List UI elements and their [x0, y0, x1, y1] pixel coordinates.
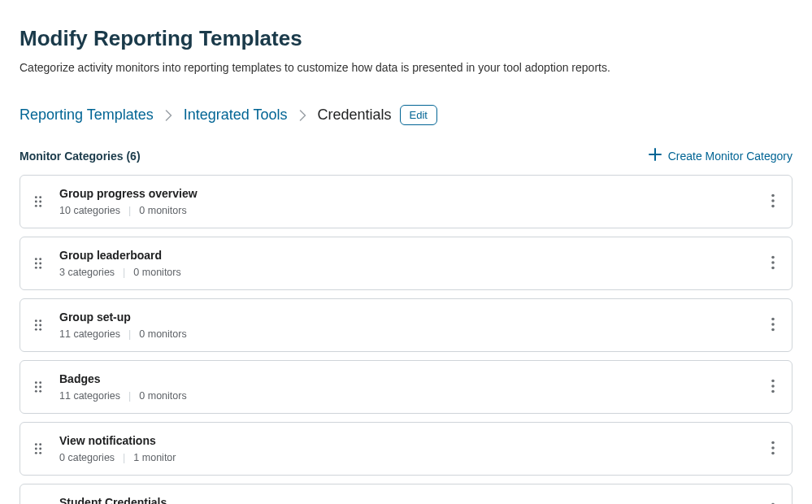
monitor-count: 0 monitors [139, 328, 186, 340]
monitor-category-meta: 3 categories | 0 monitors [59, 267, 754, 278]
svg-point-23 [39, 328, 41, 331]
more-actions-button[interactable] [767, 437, 779, 461]
category-count: 0 categories [59, 452, 115, 463]
svg-point-7 [771, 199, 775, 202]
more-actions-button[interactable] [767, 376, 779, 399]
breadcrumb-item-integrated-tools[interactable]: Integrated Tools [184, 106, 288, 124]
svg-point-1 [39, 196, 41, 198]
kebab-icon [771, 255, 775, 272]
page-description: Categorize activity monitors into report… [20, 61, 792, 74]
drag-handle-icon[interactable] [30, 380, 46, 393]
svg-point-42 [771, 441, 775, 444]
svg-point-8 [771, 204, 775, 207]
monitor-category-card: Student Credentials 10 categories | 0 mo… [20, 484, 792, 504]
breadcrumb: Reporting Templates Integrated Tools Cre… [20, 105, 792, 125]
svg-point-9 [35, 258, 37, 260]
monitor-count: 1 monitor [133, 452, 176, 463]
category-count: 3 categories [59, 267, 115, 278]
svg-point-17 [771, 266, 775, 269]
svg-point-0 [35, 196, 37, 198]
monitor-category-title: Group set-up [59, 311, 754, 324]
kebab-icon [771, 317, 775, 334]
chevron-right-icon [299, 110, 306, 121]
svg-point-35 [771, 389, 775, 393]
monitor-category-title: View notifications [59, 434, 754, 447]
svg-point-24 [771, 317, 775, 320]
monitor-category-meta: 0 categories | 1 monitor [59, 452, 754, 463]
svg-point-5 [39, 205, 41, 207]
meta-separator: | [128, 205, 131, 216]
monitor-count: 0 monitors [139, 390, 186, 402]
svg-point-13 [35, 267, 37, 269]
create-monitor-category-button[interactable]: Create Monitor Category [649, 148, 792, 163]
svg-point-40 [35, 452, 37, 454]
more-actions-button[interactable] [767, 314, 779, 337]
breadcrumb-item-credentials: Credentials [318, 106, 392, 124]
svg-point-37 [39, 443, 41, 445]
kebab-icon [771, 379, 775, 396]
meta-separator: | [128, 328, 131, 340]
svg-point-36 [35, 443, 37, 445]
svg-point-20 [35, 324, 37, 327]
monitor-category-title: Badges [59, 372, 754, 385]
svg-point-39 [39, 448, 41, 450]
monitor-category-card: View notifications 0 categories | 1 moni… [20, 422, 792, 476]
svg-point-12 [39, 263, 41, 265]
monitor-category-meta: 11 categories | 0 monitors [59, 390, 754, 402]
svg-point-6 [771, 193, 775, 197]
svg-point-4 [35, 205, 37, 207]
svg-point-2 [35, 201, 37, 203]
kebab-icon [771, 193, 775, 211]
svg-point-31 [35, 390, 37, 393]
category-count: 11 categories [59, 390, 120, 402]
create-monitor-category-label: Create Monitor Category [668, 150, 792, 163]
breadcrumb-item-reporting-templates[interactable]: Reporting Templates [20, 106, 154, 124]
svg-point-43 [771, 446, 775, 450]
monitor-category-card: Group set-up 11 categories | 0 monitors [20, 298, 792, 352]
page-title: Modify Reporting Templates [20, 26, 792, 51]
drag-handle-icon[interactable] [30, 442, 46, 455]
monitor-category-title: Group leaderboard [59, 249, 754, 262]
plus-icon [649, 148, 662, 163]
meta-separator: | [128, 390, 131, 402]
drag-handle-icon[interactable] [30, 195, 46, 208]
monitor-category-card: Group leaderboard 3 categories | 0 monit… [20, 237, 792, 290]
more-actions-button[interactable] [767, 499, 779, 505]
more-actions-button[interactable] [767, 252, 779, 276]
category-count: 10 categories [59, 205, 120, 216]
svg-point-21 [39, 324, 41, 327]
drag-handle-icon[interactable] [30, 257, 46, 270]
chevron-right-icon [165, 110, 172, 121]
more-actions-button[interactable] [767, 190, 779, 214]
svg-point-3 [39, 201, 41, 203]
svg-point-14 [39, 267, 41, 269]
svg-point-18 [35, 319, 37, 322]
monitor-category-card: Badges 11 categories | 0 monitors [20, 360, 792, 414]
meta-separator: | [123, 452, 125, 463]
svg-point-44 [771, 451, 775, 454]
svg-point-41 [39, 452, 41, 454]
kebab-icon [771, 441, 775, 458]
svg-point-27 [35, 381, 37, 384]
monitor-category-list: Group progress overview 10 categories | … [20, 175, 792, 504]
monitor-category-meta: 10 categories | 0 monitors [59, 205, 754, 216]
monitor-category-card: Group progress overview 10 categories | … [20, 175, 792, 228]
svg-point-11 [35, 263, 37, 265]
svg-point-33 [771, 379, 775, 382]
svg-point-15 [771, 255, 775, 259]
monitor-count: 0 monitors [133, 267, 180, 278]
monitor-category-title: Group progress overview [59, 187, 754, 200]
svg-point-30 [39, 386, 41, 389]
edit-button[interactable]: Edit [400, 105, 437, 125]
svg-point-38 [35, 448, 37, 450]
category-count: 11 categories [59, 328, 120, 340]
svg-point-26 [771, 328, 775, 331]
svg-point-29 [35, 386, 37, 389]
drag-handle-icon[interactable] [30, 319, 46, 332]
svg-point-10 [39, 258, 41, 260]
section-header: Monitor Categories (6) Create Monitor Ca… [20, 148, 792, 163]
svg-point-28 [39, 381, 41, 384]
svg-point-16 [771, 261, 775, 264]
section-title: Monitor Categories (6) [20, 150, 141, 163]
meta-separator: | [123, 267, 125, 278]
